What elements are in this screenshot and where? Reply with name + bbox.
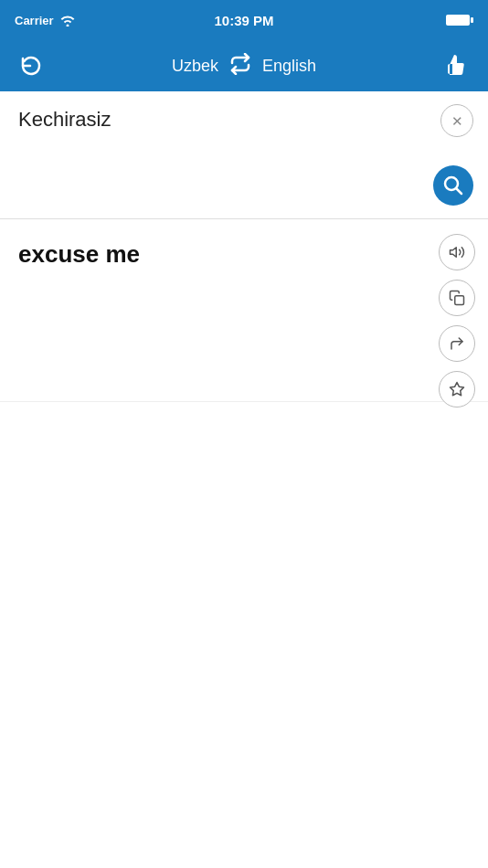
input-area: Kechirasiz ✕ xyxy=(0,91,488,219)
speaker-icon xyxy=(449,244,465,260)
favorite-button[interactable] xyxy=(439,371,475,408)
clear-button[interactable]: ✕ xyxy=(440,104,473,137)
status-right xyxy=(446,14,473,26)
language-selector: Uzbek English xyxy=(172,53,316,79)
speaker-button[interactable] xyxy=(439,234,475,270)
result-text: excuse me xyxy=(18,238,433,270)
swap-icon xyxy=(229,53,251,75)
history-icon xyxy=(19,54,43,78)
copy-button[interactable] xyxy=(439,280,475,316)
status-time: 10:39 PM xyxy=(214,13,273,28)
status-bar: Carrier 10:39 PM xyxy=(0,0,488,40)
history-button[interactable] xyxy=(15,49,48,82)
nav-bar: Uzbek English xyxy=(0,40,488,91)
wifi-icon xyxy=(59,15,76,26)
search-icon xyxy=(443,175,463,196)
share-icon xyxy=(449,335,465,352)
svg-marker-4 xyxy=(451,248,457,258)
svg-marker-6 xyxy=(451,383,464,396)
svg-rect-5 xyxy=(455,296,464,305)
target-language[interactable]: English xyxy=(262,57,316,76)
swap-language-button[interactable] xyxy=(229,53,251,79)
clear-icon: ✕ xyxy=(451,114,463,128)
copy-icon xyxy=(449,290,465,306)
input-text[interactable]: Kechirasiz xyxy=(18,106,433,134)
result-area: excuse me xyxy=(0,219,488,402)
carrier-label: Carrier xyxy=(15,14,54,27)
svg-rect-1 xyxy=(471,17,473,23)
thumbs-up-button[interactable] xyxy=(440,49,473,82)
status-left: Carrier xyxy=(15,14,76,27)
battery-icon xyxy=(446,14,473,26)
svg-rect-0 xyxy=(446,15,470,26)
search-button[interactable] xyxy=(433,165,473,206)
action-buttons xyxy=(439,234,475,408)
share-button[interactable] xyxy=(439,325,475,362)
svg-line-3 xyxy=(457,189,462,195)
thumbs-up-icon xyxy=(445,54,469,78)
source-language[interactable]: Uzbek xyxy=(172,57,218,76)
star-icon xyxy=(449,381,465,397)
